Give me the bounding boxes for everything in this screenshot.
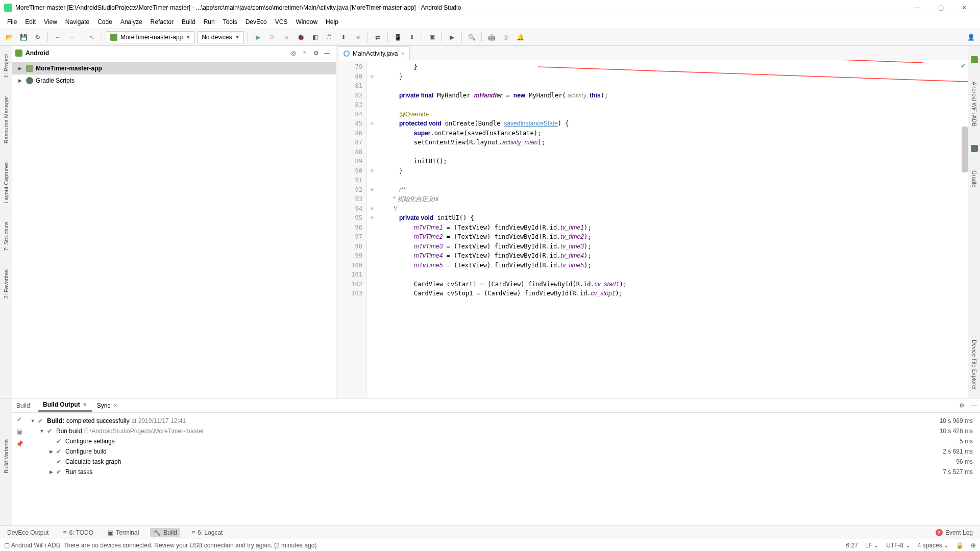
back-icon[interactable]: ←	[52, 31, 64, 43]
code-area[interactable]: 7980818283848586878889909192939495969798…	[336, 60, 968, 398]
btab-logcat[interactable]: ≡ 6: Logcat	[188, 528, 226, 537]
close-icon[interactable]: ×	[401, 51, 404, 57]
gear-icon[interactable]: ⚙	[955, 402, 968, 409]
window-title: MoreTimer-master [E:\AndroidStudioProjec…	[15, 4, 905, 11]
attach-debugger-icon[interactable]: ⬇	[337, 31, 350, 43]
build-left-strip: Build Variants	[0, 398, 12, 525]
tab-structure[interactable]: 7: Structure	[2, 219, 10, 254]
device-combo[interactable]: No devices ▼	[197, 31, 244, 43]
hide-icon[interactable]: —	[322, 47, 333, 59]
menu-deveco[interactable]: DevEco	[241, 17, 271, 27]
build-row[interactable]: ✔Calculate task graph 96 ms	[30, 457, 977, 467]
build-tab-sync[interactable]: Sync×	[92, 400, 122, 411]
file-encoding[interactable]: UTF-8 ⌄	[886, 542, 910, 549]
tab-resource-manager[interactable]: Resource Manager	[2, 93, 10, 147]
project-view-label[interactable]: Android	[26, 49, 288, 57]
save-icon[interactable]: 💾	[17, 31, 30, 43]
build-row[interactable]: ▶✔Run tasks 7 s 527 ms	[30, 467, 977, 477]
debug-icon[interactable]: 🐞	[295, 31, 307, 43]
apply-changes-icon[interactable]: ⟳	[266, 31, 278, 43]
event-count-badge: 3	[936, 529, 943, 536]
profile-icon[interactable]: ⏱	[323, 31, 335, 43]
build-content: ✔ ▣ 📌 ▼✔Build: completed successfully at…	[12, 413, 980, 525]
menu-file[interactable]: File	[3, 17, 21, 27]
gear-icon[interactable]: ⚙	[310, 47, 322, 59]
tab-label: MainActivity.java	[353, 50, 398, 57]
sdk-icon[interactable]: ⬇	[406, 31, 418, 43]
forward-icon[interactable]: →	[66, 31, 78, 43]
tab-device-explorer[interactable]: Device File Explorer	[970, 337, 978, 393]
menu-edit[interactable]: Edit	[21, 17, 40, 27]
menu-vcs[interactable]: VCS	[271, 17, 292, 27]
menu-help[interactable]: Help	[322, 17, 342, 27]
build-row[interactable]: ✔Configure settings 5 ms	[30, 436, 977, 446]
maximize-button[interactable]: ▢	[929, 0, 952, 15]
code-text[interactable]: } } private final MyHandler mHandler = n…	[377, 60, 968, 398]
menu-build[interactable]: Build	[178, 17, 200, 27]
stop-icon[interactable]: ■	[352, 31, 364, 43]
build-hammer-icon[interactable]: ↖	[86, 31, 98, 43]
close-button[interactable]: ✕	[952, 0, 976, 15]
coverage-icon[interactable]: ◧	[309, 31, 321, 43]
build-row[interactable]: ▶✔Configure build 2 s 681 ms	[30, 446, 977, 457]
menu-refactor[interactable]: Refactor	[146, 17, 178, 27]
wifi-adb-icon[interactable]: 🤖	[485, 31, 498, 43]
build-tab-output[interactable]: Build Output×	[38, 399, 92, 412]
tab-project[interactable]: 1: Project	[2, 51, 10, 81]
open-icon[interactable]: 📂	[3, 31, 15, 43]
btab-build[interactable]: 🔨 Build	[150, 528, 180, 537]
memory-icon[interactable]: ⊕	[971, 542, 976, 549]
tree-item-gradle[interactable]: ▶ Gradle Scripts	[12, 74, 336, 87]
minimize-button[interactable]: —	[905, 0, 929, 15]
run-anything-icon[interactable]: ▶	[446, 31, 458, 43]
project-structure-icon[interactable]: ▣	[426, 31, 438, 43]
gradle-icon	[971, 145, 978, 152]
tab-favorites[interactable]: 2: Favorites	[2, 266, 10, 302]
sync-icon[interactable]: ↻	[32, 31, 44, 43]
close-icon: ×	[113, 402, 117, 409]
btab-deveco[interactable]: DevEco Output	[4, 528, 52, 537]
menu-code[interactable]: Code	[93, 17, 116, 27]
menu-run[interactable]: Run	[200, 17, 219, 27]
btab-todo[interactable]: ≡ 6: TODO	[60, 528, 96, 537]
menu-navigate[interactable]: Navigate	[61, 17, 93, 27]
editor-tab-mainactivity[interactable]: MainActivity.java ×	[338, 46, 410, 60]
build-tree[interactable]: ▼✔Build: completed successfully at 2019/…	[27, 413, 980, 525]
menu-tools[interactable]: Tools	[219, 17, 241, 27]
line-separator[interactable]: LF ⌄	[865, 542, 879, 549]
build-row[interactable]: ▼✔Run build E:\AndroidStudioProjects\Mor…	[30, 426, 977, 436]
btab-terminal[interactable]: ▣ Terminal	[105, 528, 142, 537]
fold-gutter[interactable]: ⊖⊖⊖⊖⊖⊖	[367, 60, 377, 398]
indent-setting[interactable]: 4 spaces ⌄	[918, 542, 949, 549]
help-icon[interactable]: ◎	[500, 31, 512, 43]
menu-analyze[interactable]: Analyze	[116, 17, 146, 27]
sync-gradle-icon[interactable]: ⇄	[372, 31, 384, 43]
project-tree[interactable]: ▶ MoreTimer-master-app ▶ Gradle Scripts	[12, 60, 336, 398]
pin-icon[interactable]: 📌	[16, 440, 23, 447]
build-row[interactable]: ▼✔Build: completed successfully at 2019/…	[30, 416, 977, 426]
lock-icon[interactable]: 🔒	[956, 542, 964, 549]
tab-layout-captures[interactable]: Layout Captures	[2, 159, 10, 207]
right-tool-strip: Android WiFi ADB Gradle Device File Expl…	[968, 46, 980, 398]
tree-item-app[interactable]: ▶ MoreTimer-master-app	[12, 62, 336, 74]
menu-window[interactable]: Window	[291, 17, 322, 27]
run-config-label: MoreTimer-master-app	[120, 34, 183, 41]
tab-wifi-adb[interactable]: Android WiFi ADB	[970, 79, 978, 130]
user-icon[interactable]: 👤	[965, 31, 977, 43]
tab-build-variants[interactable]: Build Variants	[3, 439, 9, 473]
hide-icon[interactable]: —	[968, 402, 980, 409]
scrollbar-thumb[interactable]	[962, 127, 968, 172]
notification-icon[interactable]: 🔔	[514, 31, 526, 43]
collapse-icon[interactable]: ÷	[299, 47, 310, 59]
tab-gradle[interactable]: Gradle	[970, 167, 978, 190]
run-icon[interactable]: ▶	[252, 31, 264, 43]
run-config-combo[interactable]: MoreTimer-master-app ▼	[106, 31, 195, 43]
avd-icon[interactable]: 📱	[391, 31, 404, 43]
target-icon[interactable]: ◎	[288, 47, 299, 59]
btab-eventlog[interactable]: 3 Event Log	[933, 528, 976, 537]
menu-view[interactable]: View	[40, 17, 61, 27]
inspection-ok-icon[interactable]: ✔	[961, 62, 966, 69]
search-icon[interactable]: 🔍	[465, 31, 478, 43]
apply-code-icon[interactable]: ≡	[280, 31, 292, 43]
filter-icon[interactable]: ▣	[17, 428, 22, 435]
